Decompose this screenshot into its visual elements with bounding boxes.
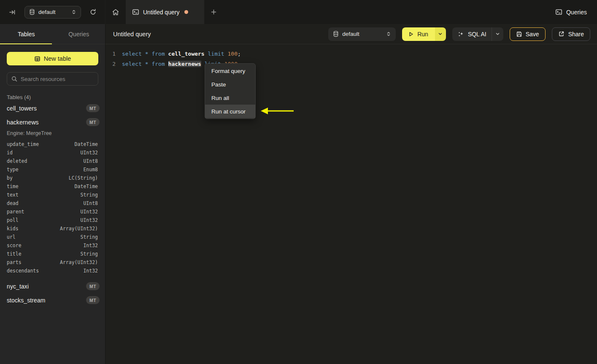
context-menu-item[interactable]: Format query — [205, 64, 255, 78]
code-line: 2select * from hackernews limit 1000 — [105, 59, 597, 69]
column-type: UInt32 — [80, 150, 98, 156]
home-button[interactable] — [105, 0, 126, 24]
search-icon — [11, 76, 17, 82]
code-token: from — [151, 61, 165, 67]
code-token — [201, 61, 205, 67]
column-row: timeDateTime — [0, 182, 105, 191]
new-table-label: New table — [44, 55, 71, 62]
new-table-button[interactable]: New table — [7, 52, 98, 65]
chevron-down-icon — [495, 32, 500, 36]
column-type: UInt8 — [83, 158, 98, 164]
column-row: byLC(String) — [0, 174, 105, 182]
column-name: score — [7, 243, 22, 248]
table-name: nyc_taxi — [7, 283, 29, 290]
code-token: cell_towers — [168, 51, 205, 57]
column-name: dead — [7, 200, 19, 206]
column-row: descendantsInt32 — [0, 267, 105, 275]
sidebar-tab-tables[interactable]: Tables — [0, 24, 53, 44]
column-row: kidsArray(UInt32) — [0, 224, 105, 233]
column-type: Enum8 — [83, 167, 98, 173]
column-row: update_timeDateTime — [0, 140, 105, 148]
column-row: pollUInt32 — [0, 216, 105, 224]
code-text: select * from cell_towers limit 100; — [122, 51, 241, 57]
column-type: Int32 — [83, 243, 98, 248]
chevron-down-icon — [438, 32, 443, 36]
query-database-selector[interactable]: default — [328, 27, 396, 41]
queries-button-label: Queries — [566, 9, 587, 16]
code-token — [142, 51, 145, 57]
run-split-button: Run — [402, 27, 446, 41]
save-button[interactable]: Save — [510, 27, 546, 41]
code-token: hackernews — [168, 61, 201, 67]
sidebar: Tables Queries New table Tables (4) cell… — [0, 24, 105, 364]
run-options-caret[interactable] — [435, 27, 446, 41]
refresh-button[interactable] — [88, 7, 98, 17]
collapse-sidebar-button[interactable] — [7, 7, 18, 18]
save-button-label: Save — [526, 31, 539, 38]
engine-badge: MT — [86, 296, 100, 304]
column-row: deletedUInt8 — [0, 157, 105, 165]
database-selector-value: default — [38, 9, 68, 15]
queries-button[interactable]: Queries — [555, 8, 587, 16]
column-type: String — [80, 234, 98, 240]
play-icon — [408, 31, 414, 37]
table-item[interactable]: hackernewsMT — [0, 115, 105, 129]
home-icon — [112, 8, 119, 16]
sidebar-content: New table — [0, 44, 105, 86]
query-title: Untitled query — [113, 31, 151, 38]
top-bar-right: Queries — [555, 0, 597, 24]
tab-title: Untitled query — [143, 9, 179, 16]
column-row: scoreInt32 — [0, 241, 105, 250]
sparkles-icon — [457, 31, 464, 38]
query-database-value: default — [342, 31, 383, 37]
annotation-arrow-icon — [260, 106, 295, 116]
header-controls: default Run — [328, 27, 590, 41]
code-token: 100 — [227, 51, 237, 57]
context-menu-item[interactable]: Paste — [205, 78, 255, 91]
sql-ai-button[interactable]: SQL AI — [452, 27, 492, 41]
column-type: Array(UInt32) — [60, 259, 98, 265]
sql-editor[interactable]: 1select * from cell_towers limit 100;2se… — [105, 44, 597, 364]
table-item[interactable]: stocks_streamMT — [0, 293, 105, 307]
column-type: UInt8 — [83, 200, 98, 206]
context-menu-item[interactable]: Run at cursor — [205, 105, 255, 118]
engine-badge: MT — [86, 118, 100, 126]
tables-section-header: Tables (4) — [7, 94, 105, 100]
column-type: String — [80, 192, 98, 198]
column-type: LC(String) — [69, 175, 98, 181]
run-button[interactable]: Run — [402, 27, 435, 41]
search-input[interactable] — [21, 76, 95, 82]
sidebar-tabs: Tables Queries — [0, 24, 105, 44]
terminal-icon — [555, 8, 562, 16]
table-item[interactable]: nyc_taxiMT — [0, 279, 105, 293]
column-row: deadUInt8 — [0, 199, 105, 208]
context-menu-item[interactable]: Run all — [205, 91, 255, 105]
plus-icon — [211, 9, 217, 15]
column-type: String — [80, 251, 98, 257]
run-button-label: Run — [417, 31, 428, 38]
column-type: Int32 — [83, 268, 98, 274]
column-name: deleted — [7, 158, 27, 164]
tab-untitled-query[interactable]: Untitled query — [126, 0, 204, 24]
column-name: url — [7, 234, 16, 240]
line-number: 1 — [105, 51, 116, 57]
share-button[interactable]: Share — [552, 27, 590, 41]
share-button-label: Share — [568, 31, 584, 38]
sidebar-tab-queries[interactable]: Queries — [53, 24, 105, 44]
column-row: textString — [0, 191, 105, 199]
sidebar-database-selector[interactable]: default — [24, 6, 81, 19]
code-line: 1select * from cell_towers limit 100; — [105, 49, 597, 59]
new-tab-button[interactable] — [204, 0, 223, 24]
collapse-sidebar-icon — [8, 8, 16, 16]
unsaved-changes-dot — [184, 10, 188, 14]
sql-ai-caret[interactable] — [492, 27, 503, 41]
column-row: idUInt32 — [0, 148, 105, 157]
code-token: * — [145, 61, 149, 67]
tab-strip: Untitled query — [105, 0, 555, 24]
engine-badge: MT — [86, 104, 100, 112]
refresh-icon — [89, 8, 97, 16]
table-item[interactable]: cell_towersMT — [0, 101, 105, 115]
column-name: poll — [7, 217, 19, 223]
search-box — [7, 72, 98, 86]
code-token — [142, 61, 145, 67]
